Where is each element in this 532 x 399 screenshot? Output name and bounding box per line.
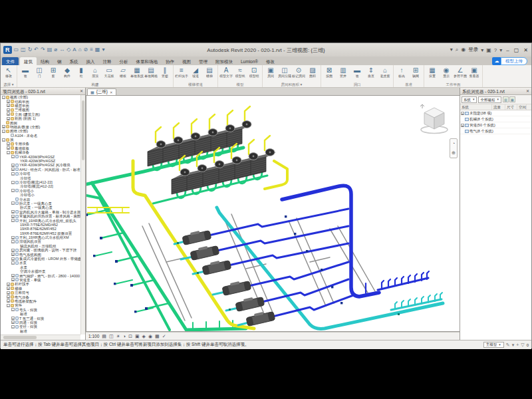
column-header-空间[interactable]: 空间 bbox=[517, 104, 527, 110]
column-header-流量[interactable]: 流量 bbox=[492, 104, 505, 110]
tab-体量和场地[interactable]: 体量和场地 bbox=[132, 57, 162, 65]
expand-icon[interactable]: + bbox=[11, 236, 15, 239]
collapse-icon[interactable]: − bbox=[11, 155, 15, 158]
ribbon-button-幕墙系统[interactable]: ▦幕墙系统 bbox=[130, 66, 144, 82]
tree-row[interactable]: +常规风机的供热设置 - 标准风格 - 底部送风 bbox=[1, 214, 80, 218]
ribbon-button-楼梯[interactable]: ▤楼梯 bbox=[203, 66, 216, 82]
text-icon-icon[interactable]: A bbox=[72, 47, 76, 53]
system-row[interactable]: 机械(8 个系统) bbox=[460, 116, 531, 122]
undo-icon-icon[interactable]: ↶ bbox=[34, 47, 39, 53]
model-view[interactable]: ◔⊕ bbox=[86, 95, 461, 332]
expand-icon[interactable]: + bbox=[7, 295, 10, 299]
minimize-button[interactable]: – bbox=[505, 47, 510, 53]
expand-icon[interactable]: + bbox=[11, 321, 15, 324]
ribbon-button-墙[interactable]: ▬墙 bbox=[350, 66, 364, 82]
tree-row[interactable]: +YKR-420W3Ph/4GSZ 风冷模块 bbox=[1, 163, 80, 167]
collapse-icon[interactable]: − bbox=[11, 172, 15, 176]
reveal-hidden-icon[interactable]: ◉ bbox=[148, 332, 152, 340]
crop-view-icon[interactable]: ⊡ bbox=[128, 332, 132, 340]
expand-icon[interactable]: + bbox=[7, 108, 10, 112]
ribbon-button-老虎窗[interactable]: ⌂老虎窗 bbox=[378, 66, 392, 82]
ribbon-button-柱[interactable]: ▮柱 bbox=[74, 66, 88, 82]
expand-icon[interactable]: + bbox=[7, 112, 10, 116]
section-icon-icon[interactable]: ⊘ bbox=[83, 47, 88, 53]
tab-钢[interactable]: 钢 bbox=[53, 57, 66, 65]
tab-视图[interactable]: 视图 bbox=[178, 57, 195, 65]
collapse-icon[interactable]: − bbox=[11, 181, 15, 184]
tab-附加模块[interactable]: 附加模块 bbox=[211, 57, 237, 65]
shadows-icon[interactable]: ◑ bbox=[123, 332, 126, 340]
filter-icon[interactable]: ▽ bbox=[521, 342, 524, 348]
view-cube[interactable] bbox=[419, 104, 450, 136]
collapse-icon[interactable]: − bbox=[11, 325, 15, 329]
expand-icon[interactable]: + bbox=[11, 210, 15, 213]
collapse-icon[interactable]: − bbox=[2, 130, 5, 133]
expand-icon[interactable]: + bbox=[11, 215, 15, 218]
detail-level-icon[interactable]: ▤ bbox=[102, 332, 106, 340]
dropdown-icon[interactable]: ▾ bbox=[481, 47, 483, 53]
collapse-icon[interactable]: − bbox=[11, 219, 15, 222]
zoom-icon[interactable]: ⊕ bbox=[452, 150, 456, 156]
ribbon-button-修改[interactable]: ↖修改 bbox=[2, 66, 15, 82]
tab-结构[interactable]: 结构 bbox=[37, 57, 53, 65]
view-selector-dropdown[interactable]: 系统 ▼ bbox=[462, 96, 477, 103]
help-icon[interactable]: ? bbox=[494, 47, 497, 53]
cart-icon[interactable]: ▣ bbox=[486, 47, 491, 53]
ribbon-button-标高[interactable]: ↑标高 bbox=[395, 66, 408, 82]
ribbon-button-坡道[interactable]: ◢坡道 bbox=[189, 66, 202, 82]
sign-in-label[interactable]: 登录 bbox=[468, 47, 478, 53]
tree-row[interactable]: 标准 bbox=[1, 329, 80, 332]
editable-only-icon[interactable]: ▾ bbox=[512, 342, 515, 348]
ribbon-button-墙[interactable]: ▬墙 bbox=[19, 66, 32, 82]
expand-icon[interactable]: + bbox=[11, 253, 15, 256]
aligned-dimension-icon-icon[interactable]: ↔ bbox=[59, 47, 65, 53]
ribbon-button-按面[interactable]: ⊠按面 bbox=[323, 66, 336, 82]
tree-row[interactable]: +集成式冷凝机组 - LROM 外形 - 带储盘 - 100-175 CN bbox=[1, 257, 80, 261]
save-icon-icon[interactable]: ◫ bbox=[21, 47, 26, 53]
close-button[interactable]: ✕ bbox=[522, 47, 529, 53]
close-icon[interactable]: ✕ bbox=[526, 88, 529, 94]
expand-icon[interactable]: + bbox=[11, 168, 15, 171]
expand-icon[interactable]: + bbox=[7, 142, 10, 146]
tree-row[interactable]: +房间窗 - 玻璃嵌内 - 说明 - 下层下挂 bbox=[1, 248, 80, 252]
column-header-系统[interactable]: 系统 bbox=[460, 104, 492, 110]
ribbon-button-门[interactable]: ◫门 bbox=[33, 66, 46, 82]
collapse-icon[interactable]: − bbox=[2, 96, 5, 99]
system-row[interactable]: +管道(50 个系统) bbox=[460, 122, 531, 128]
dropdown-icon[interactable]: ▾ bbox=[450, 47, 453, 53]
expand-icon[interactable]: + bbox=[7, 283, 10, 286]
show-crop-icon[interactable]: ▣ bbox=[135, 332, 140, 340]
ribbon-button-面积[interactable]: ▨面积 bbox=[306, 66, 319, 82]
ribbon-button-天花板[interactable]: ▭天花板 bbox=[102, 66, 116, 82]
ribbon-button-标记房间[interactable]: ⊙标记房间 bbox=[292, 66, 305, 82]
ribbon-button-幕墙网格[interactable]: ▤幕墙网格 bbox=[144, 66, 158, 82]
temporary-view-icon[interactable]: ▦ bbox=[155, 332, 160, 340]
temporary-hide-icon[interactable]: ◈ bbox=[142, 332, 146, 340]
show-constraints-icon[interactable]: ✓ bbox=[162, 332, 166, 340]
ribbon-button-查看器[interactable]: ▣查看器 bbox=[467, 66, 481, 82]
ribbon-button-构件[interactable]: ◆构件 bbox=[61, 66, 74, 82]
collapse-icon[interactable]: − bbox=[11, 240, 15, 243]
collapse-icon[interactable]: − bbox=[7, 151, 10, 154]
redo-icon-icon[interactable]: ↷ bbox=[41, 47, 45, 53]
open-icon-icon[interactable]: ▭ bbox=[14, 47, 19, 53]
expand-icon[interactable]: + bbox=[11, 317, 15, 320]
view-tab-3d[interactable]: ▦ {三维} ✕ bbox=[87, 88, 116, 95]
collapse-icon[interactable]: − bbox=[7, 304, 10, 307]
tab-建筑[interactable]: 建筑 bbox=[20, 57, 37, 65]
tab-协作[interactable]: 协作 bbox=[162, 57, 178, 65]
collapse-icon[interactable]: − bbox=[2, 138, 5, 142]
ribbon-button-模型文字[interactable]: A模型文字 bbox=[219, 66, 233, 82]
user-icon[interactable]: ◉ bbox=[461, 47, 466, 53]
tab-插入[interactable]: 插入 bbox=[82, 57, 99, 65]
discipline-dropdown[interactable]: 全部规程 ▼ bbox=[478, 96, 501, 103]
expand-icon[interactable]: + bbox=[7, 146, 10, 150]
tab-系统[interactable]: 系统 bbox=[66, 57, 82, 65]
design-option-dropdown[interactable]: 主模型 ▼ bbox=[483, 342, 504, 348]
thin-lines-icon-icon[interactable]: ≡ bbox=[90, 47, 93, 53]
close-view-icon[interactable]: ✕ bbox=[110, 90, 113, 94]
ribbon-button-房间[interactable]: ▣房间 bbox=[264, 66, 277, 82]
customize-icon-icon[interactable]: ▾ bbox=[102, 47, 104, 53]
press-drag-icon[interactable]: + bbox=[516, 342, 519, 348]
revit-menu-icon[interactable]: R bbox=[3, 46, 12, 54]
